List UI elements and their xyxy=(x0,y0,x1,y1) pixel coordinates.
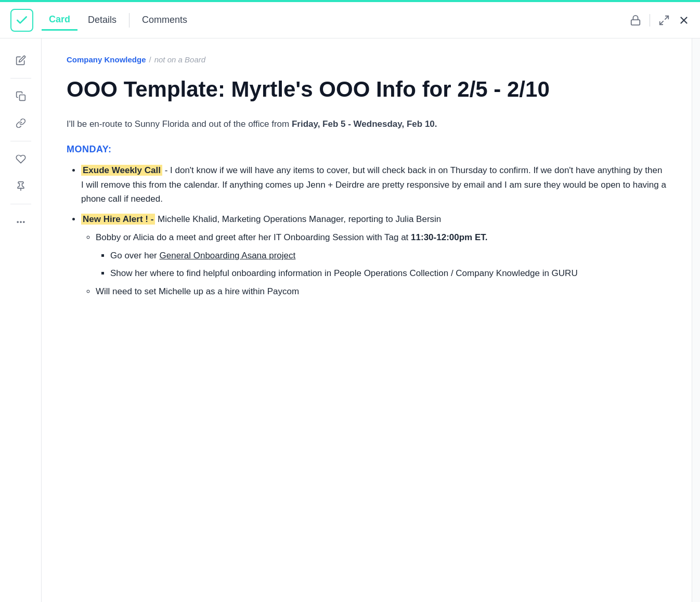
svg-line-1 xyxy=(665,16,668,19)
tab-divider xyxy=(129,13,129,28)
copy-icon[interactable] xyxy=(9,85,32,108)
bullet2-rest: Michelle Khalid, Marketing Operations Ma… xyxy=(155,214,441,224)
intro-text-bold: Friday, Feb 5 - Wednesday, Feb 10. xyxy=(292,119,437,129)
sub-bullet1-text: Bobby or Alicia do a meet and greet afte… xyxy=(96,232,411,242)
sidebar-divider-2 xyxy=(10,141,31,141)
pin-icon[interactable] xyxy=(9,175,32,198)
breadcrumb-separator: / xyxy=(149,55,151,64)
svg-line-2 xyxy=(660,21,663,24)
sub-bullet1-bold: 11:30-12:00pm ET. xyxy=(411,232,487,242)
new-hire-alert-highlight: New Hire Alert ! - xyxy=(81,214,155,225)
new-hire-sub-list: Bobby or Alicia do a meet and greet afte… xyxy=(81,230,667,298)
header-divider xyxy=(650,14,650,27)
intro-paragraph: I'll be en-route to Sunny Florida and ou… xyxy=(67,119,667,129)
sidebar-divider-3 xyxy=(10,204,31,204)
monday-bullet-list: Exude Weekly Call - I don't know if we w… xyxy=(67,163,667,298)
asana-project-link[interactable]: General Onboarding Asana project xyxy=(160,251,296,260)
tab-comments[interactable]: Comments xyxy=(135,10,195,30)
scrollbar-panel xyxy=(692,38,700,602)
task-check-icon[interactable] xyxy=(10,9,33,32)
bullet-new-hire-alert: New Hire Alert ! - Michelle Khalid, Mark… xyxy=(81,212,667,298)
svg-rect-0 xyxy=(631,20,640,25)
sub-sub-bullet-asana: Go over her General Onboarding Asana pro… xyxy=(110,248,667,263)
svg-point-8 xyxy=(20,221,21,223)
lock-icon[interactable] xyxy=(630,15,641,26)
expand-icon[interactable] xyxy=(658,15,670,26)
header-left: Card Details Comments xyxy=(10,9,195,32)
header: Card Details Comments xyxy=(0,2,700,38)
intro-text-start: I'll be en-route to Sunny Florida and ou… xyxy=(67,119,292,129)
sub-bullet-meet-greet: Bobby or Alicia do a meet and greet afte… xyxy=(96,230,667,280)
main-layout: Company Knowledge / not on a Board OOO T… xyxy=(0,38,700,602)
card-content: Company Knowledge / not on a Board OOO T… xyxy=(42,38,692,602)
sub-sub-bullet-list: Go over her General Onboarding Asana pro… xyxy=(96,248,667,280)
exude-weekly-call-highlight: Exude Weekly Call xyxy=(81,165,162,176)
edit-icon[interactable] xyxy=(9,49,32,72)
more-options-icon[interactable] xyxy=(9,211,32,233)
breadcrumb: Company Knowledge / not on a Board xyxy=(67,55,667,64)
bullet-exude-weekly-call: Exude Weekly Call - I don't know if we w… xyxy=(81,163,667,206)
close-icon[interactable] xyxy=(678,15,690,26)
header-right xyxy=(630,14,690,27)
sub-sub-bullet1-text: Go over her xyxy=(110,251,160,260)
link-icon[interactable] xyxy=(9,112,32,135)
breadcrumb-link[interactable]: Company Knowledge xyxy=(67,55,146,64)
card-title: OOO Template: Myrtle's OOO Info for 2/5 … xyxy=(67,76,667,102)
svg-point-9 xyxy=(23,221,24,223)
sidebar-divider-1 xyxy=(10,78,31,78)
sub-sub-bullet-guru: Show her where to find helpful onboardin… xyxy=(110,266,667,280)
svg-point-7 xyxy=(17,221,18,223)
breadcrumb-not-on-board: not on a Board xyxy=(154,55,205,64)
sidebar xyxy=(0,38,42,602)
monday-heading: MONDAY: xyxy=(67,144,667,155)
svg-rect-5 xyxy=(19,95,25,101)
tab-card[interactable]: Card xyxy=(42,10,77,31)
heart-icon[interactable] xyxy=(9,148,32,171)
sub-bullet-paycom: Will need to set Michelle up as a hire w… xyxy=(96,284,667,298)
bullet1-rest: - I don't know if we will have any items… xyxy=(81,165,666,203)
tab-details[interactable]: Details xyxy=(81,10,124,30)
